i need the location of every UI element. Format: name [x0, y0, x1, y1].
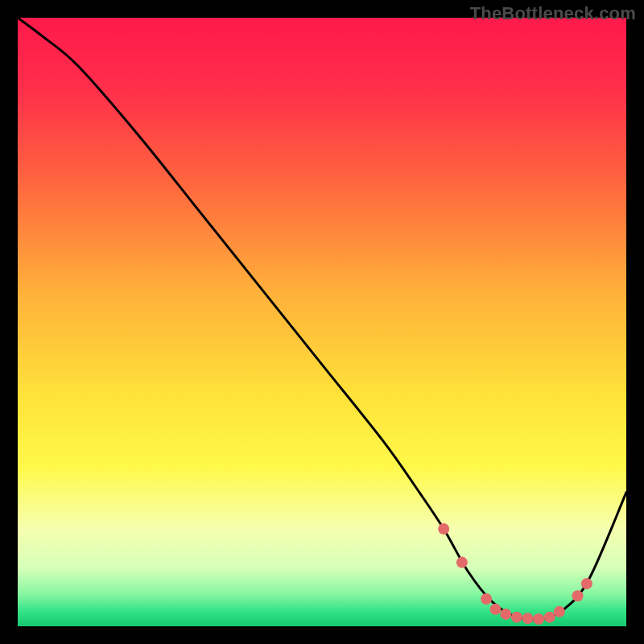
- marker-dot: [456, 557, 468, 568]
- marker-dot: [581, 578, 592, 589]
- marker-dot: [544, 612, 555, 623]
- marker-dot: [572, 590, 584, 601]
- gradient-background: [18, 18, 626, 626]
- plot-area: [18, 18, 626, 626]
- marker-dot: [533, 613, 544, 625]
- marker-dot: [522, 613, 534, 624]
- chart-svg: [18, 18, 626, 626]
- marker-dot: [500, 609, 511, 620]
- marker-dot: [481, 593, 492, 605]
- marker-dot: [511, 612, 522, 623]
- marker-dot: [554, 606, 565, 617]
- watermark-text: TheBottleneck.com: [470, 3, 636, 24]
- marker-dot: [489, 604, 501, 615]
- chart-stage: TheBottleneck.com: [0, 0, 644, 644]
- marker-dot: [438, 523, 449, 535]
